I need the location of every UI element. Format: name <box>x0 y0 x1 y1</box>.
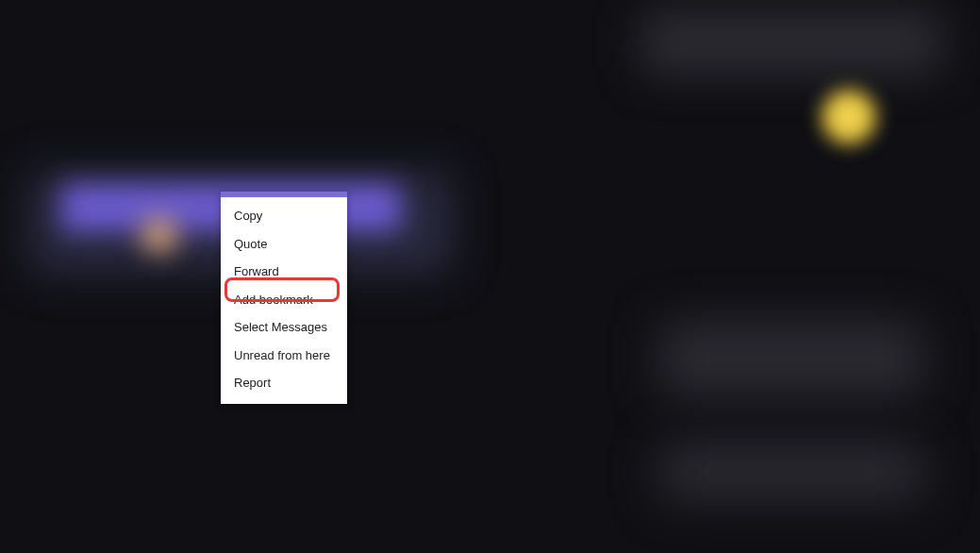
menu-item-unread-from-here[interactable]: Unread from here <box>221 342 347 370</box>
menu-item-report[interactable]: Report <box>221 369 347 404</box>
menu-item-add-bookmark[interactable]: Add bookmark <box>221 286 347 314</box>
menu-item-copy[interactable]: Copy <box>221 197 347 230</box>
blurred-message-top-right <box>640 9 942 75</box>
blurred-avatar <box>141 217 177 253</box>
context-menu: Copy Quote Forward Add bookmark Select M… <box>221 192 347 404</box>
menu-item-forward[interactable]: Forward <box>221 258 347 286</box>
blurred-emoji-icon <box>822 90 876 144</box>
menu-item-quote[interactable]: Quote <box>221 230 347 259</box>
blurred-message-mid-right <box>659 321 923 396</box>
menu-item-select-messages[interactable]: Select Messages <box>221 313 347 342</box>
blurred-message-bottom-right <box>659 444 923 500</box>
